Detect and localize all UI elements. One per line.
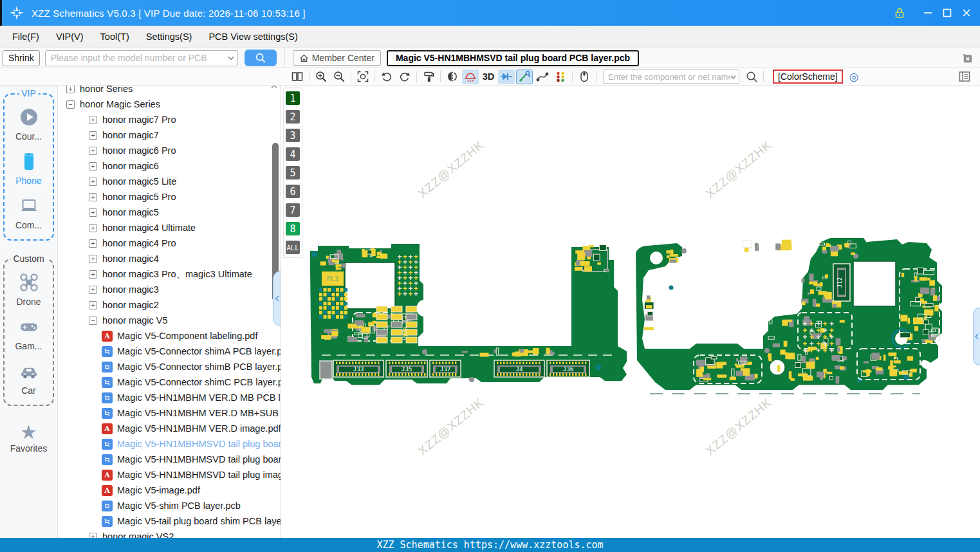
scroll-up-icon[interactable] [270, 86, 278, 93]
tree-item[interactable]: +honor magic4 [58, 251, 281, 266]
expand-icon[interactable]: + [89, 178, 97, 186]
menu-item-4[interactable]: PCB View settings(S) [200, 26, 306, 48]
tree-item[interactable]: AMagic V5-HN1MBHMSVD tail plug image.pdf [58, 467, 281, 483]
tree-item[interactable]: Magic V5-HN1MBHM VER.D MB+SUB PCB layer.… [58, 405, 281, 421]
search-button[interactable] [245, 50, 277, 66]
tree-item[interactable]: +honor Series [58, 86, 281, 97]
color-dots-icon[interactable] [552, 69, 569, 84]
tree-item[interactable]: +honor magic7 Pro [58, 112, 281, 127]
menu-item-0[interactable]: File(F) [4, 26, 48, 48]
tree-item[interactable]: +honor magic6 Pro [58, 143, 281, 158]
menu-item-3[interactable]: Settings(S) [138, 26, 201, 48]
expand-icon[interactable]: + [66, 86, 75, 93]
split-view-icon[interactable] [289, 69, 306, 84]
tree-item[interactable]: +honor magic VS2 [58, 529, 281, 538]
connector-j4[interactable]: J4 [494, 360, 544, 377]
expand-icon[interactable]: + [89, 193, 97, 201]
mirror-icon[interactable] [444, 69, 461, 84]
sidebar-item-car[interactable]: Car [5, 362, 53, 396]
menu-item-1[interactable]: VIP(V) [48, 26, 92, 48]
close-file-icon[interactable] [961, 52, 974, 67]
expand-icon[interactable]: + [89, 116, 97, 124]
zoom-out-icon[interactable] [331, 69, 347, 84]
connector-j35[interactable]: J35 [386, 360, 427, 377]
tree-item[interactable]: AMagic V5-Component labeling.pdf [58, 328, 281, 344]
tree-item[interactable]: +honor magic5 Lite [58, 174, 281, 189]
menu-item-2[interactable]: Tool(T) [92, 26, 138, 48]
collapse-icon[interactable]: − [66, 100, 75, 109]
connector-j12[interactable]: J12 [833, 264, 850, 301]
sidebar-item-com[interactable]: Com... [5, 196, 53, 230]
open-file-tab[interactable]: Magic V5-HN1MBHMSVD tail plug board PCB … [387, 50, 639, 66]
brush-icon[interactable] [420, 69, 437, 84]
chevron-down-icon[interactable] [227, 54, 235, 62]
tree-item[interactable]: Magic V5-Connector shimC PCB layer.pcb [58, 374, 281, 390]
tree-item[interactable]: Magic V5-tail plug board shim PCB layer.… [58, 513, 281, 529]
tree-item[interactable]: Magic V5-HN1MBHM VER.D MB PCB layer.pcb [58, 390, 281, 405]
sidebar-item-phone[interactable]: Phone [5, 152, 53, 186]
connector-j36[interactable]: J36 [547, 360, 589, 377]
right-collapse-handle[interactable] [973, 308, 980, 365]
pcb-canvas[interactable]: 12345678ALL XZZ@XZZHKXZZ@XZZHKXZZ@XZZHKX… [281, 86, 980, 538]
model-search-combo[interactable] [45, 50, 238, 66]
tree-item[interactable]: +honor magic5 Pro [58, 189, 281, 205]
vip-lock-icon[interactable] [890, 5, 909, 21]
rotate-right-icon[interactable] [396, 69, 413, 84]
tree-collapse-handle[interactable] [273, 271, 281, 326]
sidebar-item-favorites[interactable]: ★ Favorites [0, 423, 57, 454]
threed-label[interactable]: 3D [480, 69, 497, 84]
tree-item[interactable]: +honor magic2 [58, 297, 281, 313]
close-icon[interactable] [957, 5, 976, 21]
layer-button-all[interactable]: ALL [286, 241, 300, 254]
pcb-drawing[interactable]: XZZ@XZZHKXZZ@XZZHKXZZ@XZZHKXZZ@XZZHK PL3… [281, 86, 980, 538]
layer-button-2[interactable]: 2 [286, 110, 300, 124]
expand-icon[interactable]: + [89, 131, 97, 140]
expand-icon[interactable]: + [89, 301, 97, 309]
layer-button-5[interactable]: 5 [286, 166, 300, 179]
mouse-icon[interactable] [576, 69, 593, 84]
tree-item[interactable]: +honor magic3 Pro、magic3 Ultimate [58, 266, 281, 282]
expand-icon[interactable]: + [89, 270, 97, 279]
layer-button-7[interactable]: 7 [286, 203, 300, 217]
zoom-in-icon[interactable] [313, 69, 329, 84]
tree-item[interactable]: +honor magic4 Pro [58, 235, 281, 251]
fit-screen-icon[interactable] [355, 69, 371, 84]
expand-icon[interactable]: + [89, 533, 97, 538]
expand-icon[interactable]: + [89, 162, 97, 170]
rotate-left-icon[interactable] [378, 69, 395, 84]
minimize-icon[interactable] [918, 5, 938, 21]
tree-item[interactable]: Magic V5-HN1MBHMSVD tail plug board PCB … [58, 452, 281, 467]
tree-item[interactable]: AMagic V5-image.pdf [58, 483, 281, 498]
tree-item[interactable]: Magic V5-Connector shimA PCB layer.pcb [58, 344, 281, 359]
tree-item[interactable]: −honor Magic Series [58, 97, 281, 112]
tree-item[interactable]: +honor magic7 [58, 127, 281, 143]
member-center-button[interactable]: Member Center [293, 50, 381, 66]
tree-item[interactable]: +honor magic6 [58, 158, 281, 174]
expand-icon[interactable]: + [89, 147, 97, 155]
diode-icon[interactable] [498, 69, 515, 84]
maximize-icon[interactable] [938, 5, 957, 21]
net-search-input[interactable] [608, 72, 730, 82]
sidebar-item-cour[interactable]: Cour... [5, 107, 53, 142]
collapse-icon[interactable]: − [89, 317, 97, 325]
sidebar-item-gam[interactable]: Gam... [5, 317, 53, 351]
curve-icon[interactable] [534, 69, 551, 84]
layer-button-4[interactable]: 4 [286, 147, 300, 161]
layer-panel-icon[interactable] [958, 70, 971, 86]
chevron-down-icon[interactable] [730, 73, 737, 80]
scroll-down-icon[interactable] [270, 517, 278, 529]
tree-item[interactable]: AMagic V5-HN1MBHM VER.D image.pdf [58, 421, 281, 436]
layer-button-6[interactable]: 6 [286, 185, 300, 198]
expand-icon[interactable]: + [89, 208, 97, 217]
lamp-icon[interactable] [462, 69, 479, 84]
connector-j37[interactable]: J37 [430, 360, 461, 377]
colorscheme-button[interactable]: [ColorScheme] [773, 69, 843, 84]
expand-icon[interactable]: + [89, 286, 97, 294]
tree-item[interactable]: +honor magic3 [58, 282, 281, 297]
tree-item[interactable]: Magic V5-Connector shimB PCB layer.pcb [58, 359, 281, 374]
tree-item[interactable]: Magic V5-HN1MBHMSVD tail plug board PCB … [58, 436, 281, 452]
tree-item[interactable]: −honor magic V5 [58, 313, 281, 328]
measure-icon[interactable] [516, 69, 533, 84]
expand-icon[interactable]: + [89, 224, 97, 232]
layer-button-1[interactable]: 1 [286, 91, 300, 105]
